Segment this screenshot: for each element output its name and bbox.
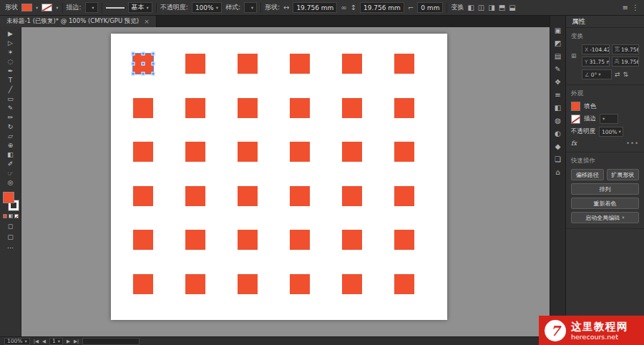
direct-selection-tool[interactable]: ▷	[2, 39, 19, 48]
grid-square[interactable]	[185, 142, 205, 162]
align-center-icon[interactable]: ◫	[478, 0, 484, 16]
appearance-panel-icon[interactable]: ◐	[555, 130, 561, 137]
anchor-handle[interactable]	[152, 72, 155, 76]
screen-mode-icon[interactable]: ▢	[7, 233, 14, 240]
zoom-level-dropdown[interactable]: 100%	[4, 338, 30, 345]
gradient-tool[interactable]: ◧	[2, 150, 19, 160]
pen-tool[interactable]: ✒	[2, 67, 19, 76]
grid-square[interactable]	[394, 186, 414, 206]
first-artboard-icon[interactable]: |◀	[34, 339, 39, 344]
grid-square[interactable]	[342, 98, 362, 118]
eyedropper-tool[interactable]: ✐	[2, 160, 19, 169]
stroke-swatch[interactable]	[571, 115, 580, 124]
grid-square[interactable]	[394, 230, 414, 250]
lasso-tool[interactable]: ◌	[2, 57, 19, 67]
grid-square[interactable]	[238, 142, 258, 162]
more-options-icon[interactable]: •••	[626, 140, 639, 147]
grid-square[interactable]	[133, 230, 153, 250]
artboard[interactable]	[111, 34, 447, 320]
fill-stroke-indicator[interactable]	[2, 192, 19, 210]
layers-panel-icon[interactable]: ❏	[555, 156, 561, 163]
shape-builder-tool[interactable]: ⊕	[2, 141, 19, 150]
workspace-switcher-icon[interactable]: ≡	[623, 0, 628, 16]
canvas[interactable]	[21, 27, 550, 336]
height-field[interactable]: 高19.756 mm	[612, 57, 640, 67]
x-position-field[interactable]: X-104.422 m	[582, 44, 610, 54]
document-tab[interactable]: 未标题-1 (已恢复)* @ 100% (CMYK/GPU 预览) ×	[0, 16, 157, 27]
selection-tool[interactable]: ▶	[2, 29, 19, 39]
shape-width-field[interactable]: 19.756 mm	[293, 2, 337, 13]
opacity-dropdown[interactable]: 100%	[599, 127, 623, 137]
grid-square[interactable]	[394, 274, 414, 294]
anchor-handle[interactable]	[142, 62, 145, 66]
effects-button[interactable]: fx	[571, 140, 577, 147]
none-button[interactable]	[14, 214, 19, 218]
grid-square[interactable]	[290, 230, 310, 250]
libraries-panel-icon[interactable]: ⌂	[555, 169, 560, 176]
style-dropdown[interactable]	[244, 2, 257, 13]
offset-path-button[interactable]: 偏移路径	[571, 169, 604, 180]
fill-swatch[interactable]	[571, 102, 580, 111]
brushes-panel-icon[interactable]: ✎	[555, 66, 560, 73]
graphic-styles-panel-icon[interactable]: ◆	[555, 143, 561, 150]
grid-square[interactable]	[238, 186, 258, 206]
grid-square[interactable]	[238, 98, 258, 118]
flip-vertical-icon[interactable]: ⇅	[623, 71, 629, 78]
type-tool[interactable]: T	[2, 76, 19, 85]
grid-square[interactable]	[133, 274, 153, 294]
expand-shape-button[interactable]: 扩展形状	[607, 169, 640, 180]
constrain-proportions-icon[interactable]: ∞	[341, 0, 346, 16]
close-tab-icon[interactable]: ×	[144, 18, 150, 25]
stroke-panel-icon[interactable]: ≡	[555, 92, 560, 99]
grid-square[interactable]	[394, 142, 414, 162]
grid-square[interactable]	[290, 54, 310, 74]
scale-tool[interactable]: ▱	[2, 132, 19, 141]
artboard-navigation-dropdown[interactable]: 1	[49, 338, 63, 345]
pencil-tool[interactable]: ✏	[2, 113, 19, 122]
gradient-panel-icon[interactable]: ◧	[555, 105, 561, 112]
grid-square[interactable]	[290, 98, 310, 118]
panel-menu-icon[interactable]: ⋮	[632, 0, 639, 16]
color-button[interactable]	[3, 214, 7, 218]
fill-dropdown-chevron-icon[interactable]	[36, 5, 38, 11]
draw-mode-icon[interactable]: ◻	[8, 223, 13, 230]
anchor-handle[interactable]	[132, 72, 135, 76]
last-artboard-icon[interactable]: ▶|	[74, 339, 79, 344]
grid-square[interactable]	[342, 186, 362, 206]
grid-square[interactable]	[342, 142, 362, 162]
grid-square[interactable]	[238, 230, 258, 250]
previous-artboard-icon[interactable]: ◀	[42, 339, 46, 344]
symbols-panel-icon[interactable]: ❖	[555, 79, 561, 86]
anchor-handle[interactable]	[132, 62, 135, 66]
reference-point-locator-icon[interactable]: ⊞	[571, 52, 580, 59]
grid-square[interactable]	[185, 186, 205, 206]
color-panel-icon[interactable]: ▣	[555, 27, 561, 34]
anchor-handle[interactable]	[142, 52, 145, 56]
stroke-color-swatch[interactable]	[42, 4, 52, 11]
corner-radius-field[interactable]: 0 mm	[417, 2, 443, 13]
grid-square[interactable]	[238, 274, 258, 294]
grid-square[interactable]	[238, 54, 258, 74]
opacity-dropdown[interactable]: 100%	[192, 2, 222, 13]
next-artboard-icon[interactable]: ▶	[67, 339, 70, 344]
rectangle-tool[interactable]: ▭	[2, 94, 19, 104]
grid-square[interactable]	[133, 186, 153, 206]
grid-square[interactable]	[133, 98, 153, 118]
grid-square[interactable]	[185, 274, 205, 294]
grid-square[interactable]	[185, 54, 205, 74]
zoom-tool[interactable]: ◎	[2, 178, 19, 188]
grid-square[interactable]	[342, 54, 362, 74]
edit-toolbar-icon[interactable]: ⋯	[7, 244, 14, 251]
brush-definition-dropdown[interactable]: 基本	[128, 2, 152, 13]
stroke-weight-dropdown[interactable]	[85, 2, 98, 13]
hand-tool[interactable]: ☞	[2, 169, 19, 178]
align-top-icon[interactable]: ⬒	[499, 0, 505, 16]
align-bottom-icon[interactable]: ⬓	[509, 0, 515, 16]
fill-indicator[interactable]	[3, 192, 14, 203]
grid-square[interactable]	[290, 274, 310, 294]
y-position-field[interactable]: Y31.75 mm	[582, 57, 610, 67]
transparency-panel-icon[interactable]: ◍	[555, 117, 561, 125]
anchor-handle[interactable]	[142, 72, 145, 76]
grid-square[interactable]	[185, 230, 205, 250]
width-field[interactable]: 宽19.756 mm	[612, 44, 640, 54]
